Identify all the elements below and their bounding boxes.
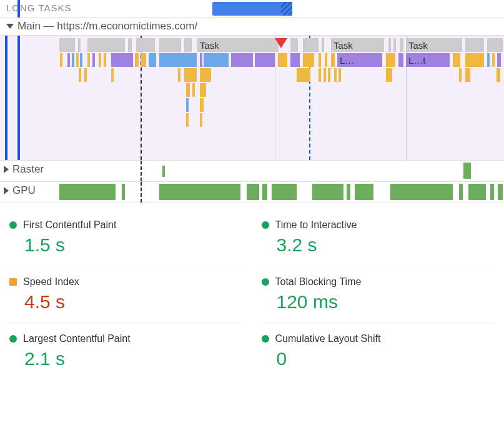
- gpu-bar[interactable]: [355, 184, 373, 200]
- parse-segment[interactable]: [149, 53, 156, 67]
- script-segment[interactable]: [325, 53, 327, 67]
- script-segment[interactable]: [497, 68, 500, 82]
- task-segment[interactable]: [487, 38, 503, 52]
- gpu-bar[interactable]: [390, 184, 453, 200]
- script-segment[interactable]: [186, 113, 189, 127]
- gpu-bar[interactable]: [122, 184, 125, 200]
- layout-segment[interactable]: L…t: [406, 53, 450, 67]
- parse-segment[interactable]: [72, 53, 74, 67]
- metric-cls[interactable]: Cumulative Layout Shift 0: [262, 323, 495, 379]
- script-segment[interactable]: [186, 83, 190, 97]
- task-segment[interactable]: [87, 38, 125, 52]
- parse-segment[interactable]: [204, 53, 229, 67]
- script-segment[interactable]: [334, 68, 337, 82]
- script-segment[interactable]: [79, 68, 81, 82]
- task-segment[interactable]: [136, 38, 155, 52]
- script-segment[interactable]: [76, 53, 79, 67]
- metric-tti[interactable]: Time to Interactive 3.2 s: [262, 209, 495, 266]
- collapse-icon[interactable]: [6, 24, 14, 29]
- metric-si[interactable]: Speed Index 4.5 s: [9, 266, 243, 323]
- task-segment[interactable]: [400, 38, 403, 52]
- script-segment[interactable]: [386, 68, 392, 82]
- script-segment[interactable]: [141, 53, 146, 67]
- task-segment[interactable]: [388, 38, 391, 52]
- gpu-bar[interactable]: [498, 184, 503, 200]
- metric-lcp[interactable]: Largest Contentful Paint 2.1 s: [9, 323, 243, 379]
- script-segment[interactable]: [200, 98, 204, 112]
- parse-segment[interactable]: [487, 53, 490, 67]
- script-segment[interactable]: [87, 53, 90, 67]
- layout-segment[interactable]: [92, 53, 95, 67]
- script-segment[interactable]: [319, 68, 321, 82]
- parse-segment[interactable]: [80, 53, 82, 67]
- metric-tbt[interactable]: Total Blocking Time 120 ms: [262, 266, 495, 323]
- gpu-bar[interactable]: [159, 184, 240, 200]
- script-segment[interactable]: [328, 68, 330, 82]
- task-segment[interactable]: [59, 38, 75, 52]
- task-segment[interactable]: [159, 38, 181, 52]
- script-segment[interactable]: [84, 68, 87, 82]
- gpu-bar[interactable]: [59, 184, 116, 200]
- layout-segment[interactable]: [255, 53, 275, 67]
- script-segment[interactable]: [297, 68, 310, 82]
- script-segment[interactable]: [192, 83, 195, 97]
- raster-header[interactable]: Raster: [4, 163, 46, 176]
- layout-segment[interactable]: [497, 53, 501, 67]
- gpu-header[interactable]: GPU: [4, 184, 38, 197]
- task-segment[interactable]: [78, 38, 81, 52]
- script-segment[interactable]: [184, 68, 197, 82]
- layout-segment[interactable]: [200, 53, 202, 67]
- script-segment[interactable]: [200, 68, 211, 82]
- task-segment[interactable]: Task: [197, 38, 279, 52]
- script-segment[interactable]: [200, 83, 206, 97]
- script-segment[interactable]: [453, 53, 460, 67]
- gpu-bar[interactable]: [490, 184, 494, 200]
- raster-track[interactable]: Raster: [0, 161, 504, 182]
- task-segment[interactable]: [393, 38, 396, 52]
- layout-segment[interactable]: [231, 53, 253, 67]
- script-segment[interactable]: [459, 68, 462, 82]
- main-header[interactable]: Main — https://m.economictimes.com/: [0, 18, 504, 36]
- task-segment[interactable]: [465, 38, 484, 52]
- expand-icon[interactable]: [4, 166, 9, 173]
- script-segment[interactable]: [135, 53, 139, 67]
- expand-icon[interactable]: [4, 187, 9, 194]
- script-segment[interactable]: [60, 53, 62, 67]
- script-segment[interactable]: [303, 53, 314, 67]
- script-segment[interactable]: [492, 53, 495, 67]
- task-segment[interactable]: [322, 38, 324, 52]
- script-segment[interactable]: [331, 53, 335, 67]
- gpu-bar[interactable]: [312, 184, 343, 200]
- layout-segment[interactable]: L…: [337, 53, 382, 67]
- task-segment[interactable]: [303, 38, 319, 52]
- parse-segment[interactable]: [159, 53, 197, 67]
- metric-fcp[interactable]: First Contentful Paint 1.5 s: [9, 209, 243, 266]
- gpu-track[interactable]: GPU: [0, 182, 504, 203]
- layout-segment[interactable]: [398, 53, 403, 67]
- raster-bar[interactable]: [162, 166, 165, 177]
- raster-bar[interactable]: [463, 163, 471, 179]
- layout-segment[interactable]: [111, 53, 133, 67]
- layout-segment[interactable]: [67, 53, 70, 67]
- gpu-bar[interactable]: [347, 184, 350, 200]
- task-segment[interactable]: [128, 38, 132, 52]
- layout-segment[interactable]: [290, 53, 300, 67]
- gpu-bar[interactable]: [272, 184, 297, 200]
- script-segment[interactable]: [465, 53, 484, 67]
- script-segment[interactable]: [338, 68, 341, 82]
- main-flame-chart[interactable]: Task Task Task: [0, 36, 504, 161]
- gpu-bar[interactable]: [262, 184, 267, 200]
- script-segment[interactable]: [178, 68, 180, 82]
- task-segment[interactable]: [184, 38, 192, 52]
- script-segment[interactable]: [111, 68, 114, 82]
- script-segment[interactable]: [324, 68, 326, 82]
- script-segment[interactable]: [319, 53, 321, 67]
- long-tasks-row[interactable]: LONG TASKS: [0, 0, 504, 18]
- script-segment[interactable]: [465, 68, 470, 82]
- script-segment[interactable]: [99, 53, 101, 67]
- script-segment[interactable]: [200, 113, 202, 127]
- parse-segment[interactable]: [186, 98, 189, 112]
- gpu-bar[interactable]: [247, 184, 259, 200]
- gpu-bar[interactable]: [459, 184, 463, 200]
- script-segment[interactable]: [278, 53, 287, 67]
